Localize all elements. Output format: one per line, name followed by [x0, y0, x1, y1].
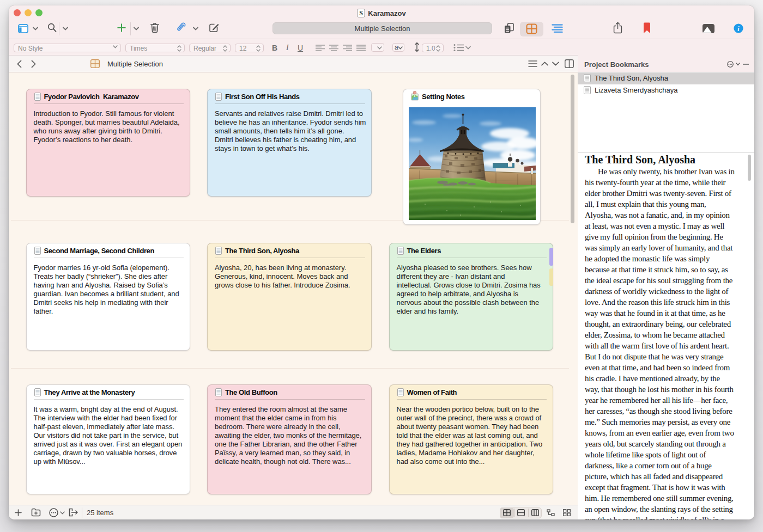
svg-text:S: S — [359, 9, 363, 17]
